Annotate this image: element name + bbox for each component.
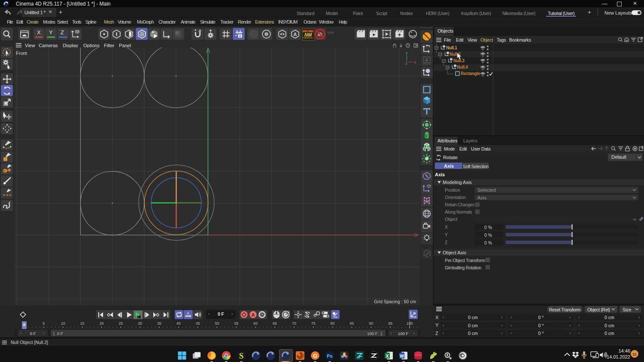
svg-text:Ps: Ps <box>327 353 332 359</box>
svg-text:A: A <box>252 312 255 317</box>
svg-text:A: A <box>187 311 189 315</box>
svg-text:Front: Front <box>16 51 27 56</box>
svg-text:W: W <box>400 353 404 359</box>
svg-text:X: X <box>414 60 416 64</box>
svg-text:NM: NM <box>304 32 312 37</box>
svg-text:Z: Z <box>405 62 407 66</box>
svg-text:X: X <box>386 353 389 359</box>
svg-text:Y: Y <box>406 51 408 55</box>
svg-text:S: S <box>239 351 244 360</box>
svg-text:Grid Spacing : 50 cm: Grid Spacing : 50 cm <box>374 299 416 304</box>
svg-text:EXTENSION 4.0: EXTENSION 4.0 <box>303 37 313 39</box>
svg-text:A: A <box>293 32 297 37</box>
svg-text:G: G <box>313 353 317 359</box>
